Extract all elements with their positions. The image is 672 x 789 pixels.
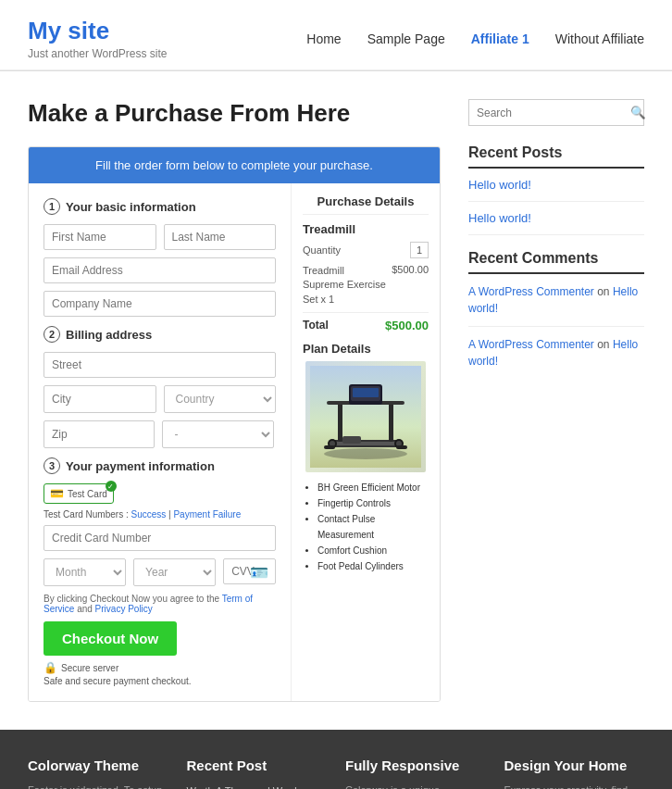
- section2-label: 2 Billing address: [44, 326, 276, 343]
- month-select[interactable]: Month: [44, 558, 126, 586]
- commenter-2-link[interactable]: A WordPress Commenter: [468, 338, 594, 351]
- header: My site Just another WordPress site Home…: [0, 0, 672, 70]
- search-button[interactable]: 🔍: [623, 100, 653, 125]
- divider2: [468, 234, 644, 235]
- main-wrapper: Make a Purchase From Here Fill the order…: [0, 71, 672, 730]
- footer-col3-text: Colorway is a unique responsive WordPres…: [345, 783, 486, 789]
- footer-col1-text: Footer is widgetized. To setup the foote…: [28, 783, 168, 789]
- safe-text: Safe and secure payment checkout.: [44, 676, 276, 686]
- comment-1: A WordPress Commenter on Hello world!: [468, 283, 644, 317]
- company-row: [44, 291, 276, 317]
- plan-features: BH Green Efficient Motor Fingertip Contr…: [303, 480, 429, 574]
- svg-rect-14: [353, 388, 379, 397]
- nav-home[interactable]: Home: [306, 31, 341, 46]
- last-name-input[interactable]: [164, 224, 277, 250]
- section1-label: 1 Your basic information: [44, 198, 276, 215]
- section2-num: 2: [44, 326, 60, 343]
- recent-post-1[interactable]: Hello world!: [468, 178, 644, 192]
- content-area: Make a Purchase From Here Fill the order…: [28, 99, 441, 702]
- dash-select[interactable]: -: [162, 420, 273, 448]
- card-chip-icon: 💳: [50, 487, 64, 500]
- checkout-right: Purchase Details Treadmill Quantity 1 Tr…: [292, 183, 440, 701]
- email-input[interactable]: [44, 257, 276, 283]
- checkout-button[interactable]: Checkout Now: [44, 621, 177, 656]
- credit-card-row: [44, 525, 276, 551]
- feature-4: Comfort Cushion: [317, 543, 429, 558]
- name-row: [44, 224, 276, 250]
- section3-label: 3 Your payment information: [44, 457, 276, 474]
- footer-col2-link1[interactable]: Worth A Thousand Words: [187, 785, 303, 789]
- product-name: Treadmill: [303, 222, 429, 236]
- cvv-card-icon: 🪪: [250, 564, 268, 582]
- comment-2: A WordPress Commenter on Hello world!: [468, 336, 644, 369]
- country-select[interactable]: Country: [164, 385, 277, 413]
- section3-title: Your payment information: [66, 459, 215, 473]
- page-title: Make a Purchase From Here: [28, 99, 441, 128]
- card-check-icon: ✓: [106, 481, 117, 492]
- nav-affiliate1[interactable]: Affiliate 1: [471, 31, 529, 46]
- section3-num: 3: [44, 457, 60, 474]
- svg-rect-11: [379, 401, 404, 405]
- search-icon: 🔍: [630, 106, 646, 119]
- first-name-input[interactable]: [44, 224, 156, 250]
- footer-col3-title: Fully Responsive: [345, 758, 486, 773]
- success-link[interactable]: Success: [131, 509, 166, 520]
- purchase-details-title: Purchase Details: [303, 194, 429, 215]
- footer-main: Colorway Theme Footer is widgetized. To …: [0, 730, 672, 789]
- svg-rect-8: [338, 403, 342, 442]
- section2-title: Billing address: [66, 328, 152, 342]
- lock-icon: 🔒: [44, 661, 57, 674]
- city-input[interactable]: [44, 385, 156, 413]
- terms-text: By clicking Checkout Now you agree to th…: [44, 594, 276, 614]
- site-branding: My site Just another WordPress site: [28, 17, 168, 60]
- product-detail: Treadmill Supreme Exercise Set x 1: [303, 264, 386, 307]
- checkout-body: 1 Your basic information: [29, 183, 440, 701]
- total-label: Total: [303, 319, 329, 332]
- commenter-1-link[interactable]: A WordPress Commenter: [468, 285, 594, 298]
- checkout-left: 1 Your basic information: [29, 183, 292, 701]
- checkout-container: Fill the order form below to complete yo…: [28, 146, 441, 702]
- svg-rect-10: [327, 401, 353, 405]
- total-price: $500.00: [385, 319, 429, 332]
- card-label: Test Card: [68, 489, 107, 499]
- feature-2: Fingertip Controls: [317, 495, 429, 511]
- year-select[interactable]: Year: [133, 558, 216, 586]
- plan-details-title: Plan Details: [303, 342, 429, 356]
- qty-label: Quantity: [303, 244, 341, 256]
- footer-col2-title: Recent Post: [187, 758, 328, 773]
- qty-value: 1: [410, 242, 429, 258]
- recent-posts-title: Recent Posts: [468, 144, 644, 169]
- recent-post-2[interactable]: Hello world!: [468, 211, 644, 225]
- svg-point-1: [324, 448, 407, 459]
- nav-sample-page[interactable]: Sample Page: [367, 31, 445, 46]
- street-input[interactable]: [44, 352, 276, 378]
- card-details-row: Month Year 🪪: [44, 558, 276, 586]
- divider1: [468, 201, 644, 202]
- card-icons-row: 💳 Test Card ✓: [44, 483, 276, 504]
- svg-rect-15: [342, 436, 361, 444]
- test-card-icon[interactable]: 💳 Test Card ✓: [44, 483, 114, 504]
- footer-col4: Design Your Home Express your creativity…: [504, 758, 645, 789]
- product-price: $500.00: [392, 264, 429, 307]
- treadmill-svg: [310, 366, 421, 468]
- footer-col1-title: Colorway Theme: [28, 758, 168, 773]
- search-input[interactable]: [469, 100, 623, 125]
- nav-without-affiliate[interactable]: Without Affiliate: [555, 31, 644, 46]
- company-input[interactable]: [44, 291, 276, 317]
- main-nav: Home Sample Page Affiliate 1 Without Aff…: [306, 31, 644, 46]
- secure-label: Secure server: [61, 663, 118, 673]
- total-row: Total $500.00: [303, 319, 429, 332]
- zip-row: -: [44, 420, 276, 448]
- credit-card-input[interactable]: [44, 525, 276, 551]
- product-price-row: Treadmill Supreme Exercise Set x 1 $500.…: [303, 264, 429, 313]
- failure-link[interactable]: Payment Failure: [173, 509, 241, 520]
- privacy-link[interactable]: Privacy Policy: [95, 604, 153, 614]
- treadmill-image: [305, 361, 426, 472]
- checkout-header: Fill the order form below to complete yo…: [29, 147, 440, 183]
- section1-num: 1: [44, 198, 60, 215]
- svg-rect-17: [396, 445, 407, 449]
- feature-5: Foot Pedal Cylinders: [317, 558, 429, 574]
- zip-input[interactable]: [44, 420, 155, 448]
- city-country-row: Country: [44, 385, 276, 413]
- sidebar: 🔍 Recent Posts Hello world! Hello world!…: [468, 99, 644, 702]
